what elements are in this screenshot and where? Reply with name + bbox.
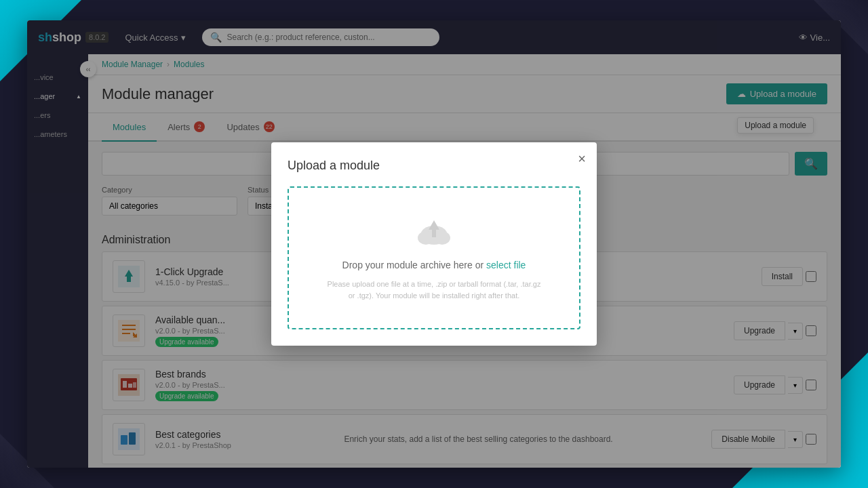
- modal-title: Upload a module: [288, 159, 580, 173]
- upload-modal: Upload a module × Drop your module archi…: [271, 142, 597, 346]
- svg-rect-22: [432, 229, 436, 237]
- upload-cloud-icon: [414, 215, 454, 251]
- select-file-link[interactable]: select file: [486, 260, 526, 270]
- app-container: shshop 8.0.2 Quick Access ▾ 🔍 👁 Vie... ‹…: [27, 20, 841, 468]
- svg-point-20: [434, 231, 450, 245]
- svg-point-19: [418, 231, 434, 245]
- drop-text-label: Drop your module archive here or: [342, 260, 484, 270]
- drop-hint: Please upload one file at a time, .zip o…: [326, 279, 542, 301]
- svg-marker-21: [429, 220, 439, 230]
- modal-overlay[interactable]: Upload a module × Drop your module archi…: [27, 20, 841, 468]
- modal-close-button[interactable]: ×: [578, 152, 586, 165]
- drop-zone[interactable]: Drop your module archive here or select …: [288, 186, 580, 329]
- drop-text: Drop your module archive here or select …: [342, 260, 526, 270]
